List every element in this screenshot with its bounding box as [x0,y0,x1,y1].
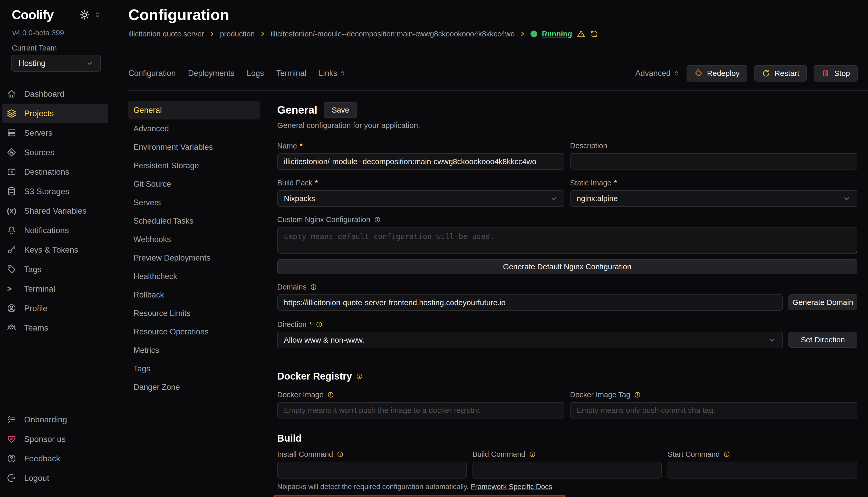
description-label: Description [570,142,607,150]
help-icon [7,454,16,464]
custom-nginx-label: Custom Nginx Configuration [277,215,370,224]
sidebar-item-terminal[interactable]: >_ Terminal [2,279,108,299]
subnav-tags[interactable]: Tags [128,359,260,378]
redeploy-button[interactable]: Redeploy [687,65,747,82]
server-icon [7,128,16,138]
sidebar: Coolify v4.0.0-beta.399 Current Team Hos… [0,0,112,497]
direction-select[interactable]: Allow www & non-www. [277,332,783,348]
subnav-environment-variables[interactable]: Environment Variables [128,138,260,156]
info-icon[interactable] [310,284,317,290]
breadcrumb-application[interactable]: illicitestonion/-module--decomposition:m… [271,29,514,39]
advanced-toggle[interactable]: Advanced [635,69,680,78]
sidebar-item-profile[interactable]: Profile [2,299,108,318]
subnav-healthcheck[interactable]: Healthcheck [128,267,260,286]
database-icon [7,186,16,196]
general-form: General Save General configuration for y… [277,101,857,497]
tab-links[interactable]: Links [319,69,346,78]
info-icon[interactable] [374,216,381,223]
info-icon[interactable] [337,451,344,458]
sidebar-item-shared-variables[interactable]: (x) Shared Variables [2,201,108,221]
stop-button[interactable]: Stop [814,65,858,82]
sidebar-item-notifications[interactable]: Notifications [2,221,108,240]
install-command-input[interactable] [277,462,467,479]
info-icon[interactable] [529,451,536,458]
variable-icon: (x) [7,207,16,215]
generate-nginx-button[interactable]: Generate Default Nginx Configuration [277,259,857,274]
info-icon[interactable] [634,391,641,398]
status-badge[interactable]: Running [542,29,572,39]
framework-docs-link[interactable]: Framework Specific Docs [471,483,552,491]
build-command-input[interactable] [472,462,662,479]
tab-terminal[interactable]: Terminal [276,69,306,78]
static-image-label: Static Image [570,179,611,187]
static-image-select[interactable]: nginx:alpine [570,190,857,207]
generate-domain-button[interactable]: Generate Domain [788,294,857,310]
warning-icon[interactable] [577,29,585,38]
docker-image-input[interactable] [277,402,564,418]
map-icon [7,167,16,177]
custom-nginx-textarea[interactable] [277,227,857,254]
breadcrumb-project[interactable]: illicitonion quote server [128,29,204,39]
subnav-git-source[interactable]: Git Source [128,175,260,193]
subnav-preview-deployments[interactable]: Preview Deployments [128,249,260,267]
breadcrumb: illicitonion quote server production ill… [128,29,868,39]
sidebar-item-destinations[interactable]: Destinations [2,162,108,182]
sidebar-item-teams[interactable]: Teams [2,318,108,338]
name-label: Name [277,142,297,150]
subnav-scheduled-tasks[interactable]: Scheduled Tasks [128,212,260,230]
sidebar-item-tags[interactable]: Tags [2,259,108,279]
sidebar-item-sponsor[interactable]: Sponsor us [2,429,108,449]
subnav-resource-operations[interactable]: Resource Operations [128,323,260,341]
sidebar-item-dashboard[interactable]: Dashboard [2,84,108,104]
restart-button[interactable]: Restart [754,65,807,82]
build-command-label: Build Command [472,450,525,458]
subnav-danger-zone[interactable]: Danger Zone [128,378,260,396]
sidebar-item-s3-storages[interactable]: S3 Storages [2,182,108,201]
sidebar-item-onboarding[interactable]: Onboarding [2,410,108,429]
section-title-general: General [277,104,317,116]
tab-logs[interactable]: Logs [247,69,264,78]
sidebar-item-feedback[interactable]: Feedback [2,449,108,468]
sidebar-item-sources[interactable]: Sources [2,143,108,162]
section-subtitle: General configuration for your applicati… [277,121,857,130]
breadcrumb-environment[interactable]: production [220,29,254,39]
sidebar-item-logout[interactable]: Logout [2,468,108,488]
subnav-rollback[interactable]: Rollback [128,286,260,304]
build-pack-select[interactable]: Nixpacks [277,190,564,207]
main-area: Configuration illicitonion quote server … [113,0,868,497]
refresh-icon[interactable] [590,30,598,38]
description-input[interactable] [570,153,857,170]
subnav-persistent-storage[interactable]: Persistent Storage [128,156,260,175]
subnav-servers[interactable]: Servers [128,193,260,212]
tab-configuration[interactable]: Configuration [128,69,176,78]
start-command-input[interactable] [667,462,857,479]
theme-sun-icon[interactable] [79,10,90,20]
sidebar-item-projects[interactable]: Projects [2,104,108,123]
info-icon[interactable] [327,391,334,398]
tab-deployments[interactable]: Deployments [188,69,234,78]
section-title-docker-registry: Docker Registry [277,371,857,382]
info-icon[interactable] [723,451,730,458]
docker-image-tag-input[interactable] [570,402,857,418]
info-icon[interactable] [316,321,322,328]
domains-input[interactable] [277,294,783,311]
subnav-resource-limits[interactable]: Resource Limits [128,304,260,323]
chevrons-up-down-icon [673,70,680,77]
subnav-metrics[interactable]: Metrics [128,341,260,359]
subnav-general[interactable]: General [128,101,260,119]
sidebar-item-keys-tokens[interactable]: Keys & Tokens [2,240,108,259]
bell-icon [7,225,16,235]
checklist-icon [7,415,16,424]
subnav-advanced[interactable]: Advanced [128,119,260,138]
theme-selector-chevrons-icon[interactable] [94,11,101,19]
set-direction-button[interactable]: Set Direction [788,332,857,348]
tabs-row: Configuration Deployments Logs Terminal … [128,65,868,91]
sidebar-item-servers[interactable]: Servers [2,123,108,143]
info-icon[interactable] [356,373,363,380]
team-select[interactable]: Hosting [11,55,101,72]
name-input[interactable] [277,153,564,170]
docker-image-label: Docker Image [277,390,323,399]
save-button[interactable]: Save [324,102,357,118]
page-title: Configuration [128,6,868,24]
subnav-webhooks[interactable]: Webhooks [128,230,260,249]
